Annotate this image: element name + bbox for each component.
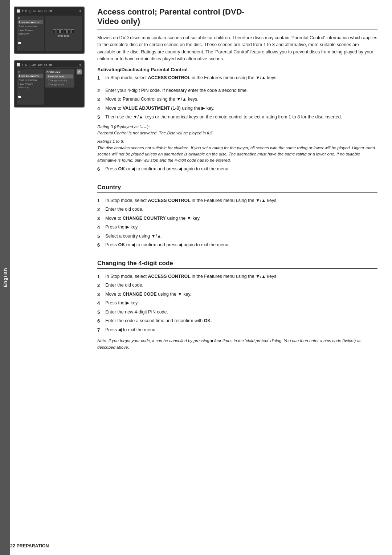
step-num-3-1: 1 xyxy=(97,273,102,280)
section3-title: Changing the 4-digit code xyxy=(97,260,377,269)
step-num-1-2: 2 xyxy=(97,87,102,94)
step-num-1-3: 3 xyxy=(97,96,102,103)
device-body-1: ⚙ Access control Status window Low Power… xyxy=(17,16,82,51)
change-code-item: Change code xyxy=(46,82,73,86)
top-val-1en1: (( 1en xyxy=(29,9,36,13)
device-menu-2: ⚙ Access control Status window Low Power… xyxy=(17,69,44,105)
note1-text: Parental Control is not activated. The D… xyxy=(97,131,213,135)
section1-title: Access control; Parental control (DVD-Vi… xyxy=(97,7,377,29)
step-text-1-5: Then use the ▼/▲ keys or the numerical k… xyxy=(105,114,377,121)
menu-item-access-control-1: Access control xyxy=(18,20,43,24)
section2-steps: 1 In Stop mode, select ACCESS CONTROL in… xyxy=(97,197,377,249)
step-1-2: 2 Enter your 4-digit PIN code. If necess… xyxy=(97,87,377,94)
step-1-5: 5 Then use the ▼/▲ keys or the numerical… xyxy=(97,114,377,121)
code-box-5 xyxy=(68,29,70,33)
step-num-2-5: 5 xyxy=(97,233,102,240)
device-right-2: Child lock Parental level Change country… xyxy=(45,69,82,105)
step-num-2-3: 3 xyxy=(97,215,102,222)
step-3-5: 5 Enter the new 4-digit PIN code. xyxy=(97,309,377,316)
device-menu-1: ⚙ Access control Status window Low Power… xyxy=(17,16,44,51)
step-num-3-6: 6 xyxy=(97,317,102,325)
step-2-1: 1 In Stop mode, select ACCESS CONTROL in… xyxy=(97,197,377,204)
step-2-5: 5 Select a country using ▼/▲. xyxy=(97,233,377,240)
note2-heading: Ratings 1 to 8: xyxy=(97,139,124,143)
step-num-3-5: 5 xyxy=(97,309,102,316)
step-1-3: 3 Move to Parental Control using the ▼/▲… xyxy=(97,96,377,103)
step-text-3-7: Press ◀ to exit the menu. xyxy=(105,327,377,334)
device-top-bar-2: ⬜ T C (( 1en 1en no off ⊕ xyxy=(17,63,82,68)
section1-intro: Movies on DVD discs may contain scenes n… xyxy=(97,35,377,63)
enter-code-boxes xyxy=(53,29,74,33)
code-box-6 xyxy=(71,29,74,33)
step-num-2-4: 4 xyxy=(97,224,102,231)
step-num-1-1: 1 xyxy=(97,74,102,82)
step-num-1-6: 6 xyxy=(97,166,102,173)
step-text-2-3: Move to CHANGE COUNTRY using the ▼ key. xyxy=(105,215,377,222)
step-2-3: 3 Move to CHANGE COUNTRY using the ▼ key… xyxy=(97,215,377,222)
page-footer-text: 22 PREPARATION xyxy=(10,543,49,548)
note-ratings-1-8: Ratings 1 to 8: The disc contains scenes… xyxy=(97,138,377,163)
section3-note: Note: If you forgot your code, it can be… xyxy=(97,338,377,351)
left-panel: ⬜ T C (( 1en 1en no off ⊕ ⚙ Access contr… xyxy=(10,0,90,555)
top-val-1en2: 1en xyxy=(38,9,42,13)
step-text-1-1: In Stop mode, select ACCESS CONTROL in t… xyxy=(105,74,377,82)
step-text-3-4: Press the ▶ key. xyxy=(105,300,377,307)
menu-item-access-control-2: Access control xyxy=(18,74,43,78)
menu-item-status-2: Status window xyxy=(18,78,43,82)
top-val-t: T xyxy=(22,9,24,13)
code-box-2 xyxy=(57,29,60,33)
step-num-3-3: 3 xyxy=(97,291,102,298)
section3-steps: 1 In Stop mode, select ACCESS CONTROL in… xyxy=(97,273,377,334)
step-num-1-5: 5 xyxy=(97,114,102,121)
section1-steps-2to5: 2 Enter your 4-digit PIN code. If necess… xyxy=(97,87,377,121)
device-right-1: enter code xyxy=(45,16,82,51)
device-top-bar-1: ⬜ T C (( 1en 1en no off ⊕ xyxy=(17,9,82,14)
step-text-1-4: Move to VALUE ADJUSTMENT (1-8) using the… xyxy=(105,105,377,112)
step-num-3-7: 7 xyxy=(97,327,102,334)
side-tab-label: English xyxy=(3,268,8,287)
dvd-icon-2: ⬜ xyxy=(17,63,20,66)
code-box-1 xyxy=(53,29,56,33)
step-num-1-4: 4 xyxy=(97,105,102,112)
top2-off: off xyxy=(49,63,52,66)
note2-text: The disc contains scenes not suitable fo… xyxy=(97,146,375,163)
step-text-1-2: Enter your 4-digit PIN code. If necessar… xyxy=(105,87,377,94)
menu-item-status-1: Status window xyxy=(18,24,43,28)
side-tab: English xyxy=(0,0,10,555)
code-box-3 xyxy=(60,29,63,33)
step-text-2-4: Press the ▶ key. xyxy=(105,224,377,231)
step-text-3-2: Enter the old code. xyxy=(105,282,377,289)
top-val-off: off xyxy=(49,9,52,13)
step-num-2-2: 2 xyxy=(97,206,102,213)
step-text-2-5: Select a country using ▼/▲. xyxy=(105,233,377,240)
parental-level-item: Parental level xyxy=(46,74,73,78)
search-icon-2: ⊕ xyxy=(79,63,82,66)
step-3-1: 1 In Stop mode, select ACCESS CONTROL in… xyxy=(97,273,377,280)
step-3-7: 7 Press ◀ to exit the menu. xyxy=(97,327,377,334)
step-text-2-1: In Stop mode, select ACCESS CONTROL in t… xyxy=(105,197,377,204)
step-text-3-6: Enter the code a second time and reconfi… xyxy=(105,317,377,325)
step-text-3-1: In Stop mode, select ACCESS CONTROL in t… xyxy=(105,273,377,280)
step-3-4: 4 Press the ▶ key. xyxy=(97,300,377,307)
top2-t: T xyxy=(22,63,24,66)
enter-code-label: enter code xyxy=(57,35,69,37)
child-lock-title: Child lock xyxy=(46,70,73,74)
step-2-4: 4 Press the ▶ key. xyxy=(97,224,377,231)
step-num-2-6: 6 xyxy=(97,242,102,249)
section2-title: Country xyxy=(97,184,377,193)
step-2-2: 2 Enter the old code. xyxy=(97,206,377,213)
child-lock-menu: Child lock Parental level Change country… xyxy=(45,69,74,88)
step-1-4: 4 Move to VALUE ADJUSTMENT (1-8) using t… xyxy=(97,105,377,112)
top2-1en1: (( 1en xyxy=(29,63,36,66)
step-1-1: 1 In Stop mode, select ACCESS CONTROL in… xyxy=(97,74,377,82)
section1-step6: 6 Press OK or ◀ to confirm and press ◀ a… xyxy=(97,166,377,173)
note-rating-0: Rating 0 (displayed as '– –'): Parental … xyxy=(97,124,377,137)
right-content: Access control; Parental control (DVD-Vi… xyxy=(90,0,392,555)
code-box-4 xyxy=(64,29,67,33)
step-text-2-6: Press OK or ◀ to confirm and press ◀ aga… xyxy=(105,242,377,249)
step-text-2-2: Enter the old code. xyxy=(105,206,377,213)
section1-steps: 1 In Stop mode, select ACCESS CONTROL in… xyxy=(97,74,377,82)
device-screen-1: ⬜ T C (( 1en 1en no off ⊕ ⚙ Access contr… xyxy=(14,7,85,54)
search-icon-1: ⊕ xyxy=(79,9,82,13)
device-screen-2: ⬜ T C (( 1en 1en no off ⊕ ⚙ Access contr… xyxy=(14,60,85,108)
